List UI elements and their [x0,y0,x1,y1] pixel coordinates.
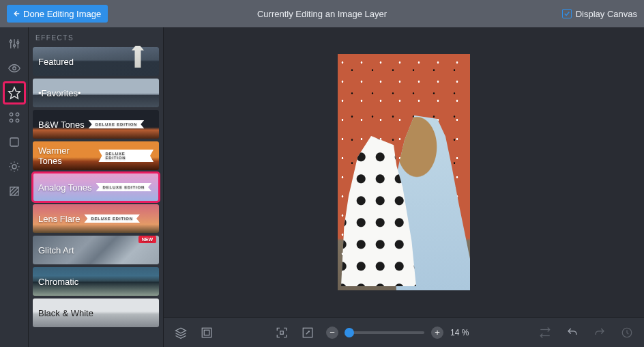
compare-icon [539,327,551,339]
expand-icon [302,327,314,339]
rail-crop[interactable] [3,131,25,153]
sparkle-icon [8,111,20,124]
star-icon [8,86,21,100]
effects-category-label: Lens Flare [38,214,80,224]
rail-visibility[interactable] [3,57,25,79]
effects-panel: EFFECTS Featured•Favorites•B&W TonesDELU… [29,27,164,347]
effects-category-warmer-tones[interactable]: Warmer TonesDELUXE EDITION [33,141,159,170]
svg-point-10 [16,113,19,116]
deluxe-badge: DELUXE EDITION [98,150,153,162]
svg-line-16 [10,187,18,195]
tool-rail [0,27,29,347]
square-icon [8,136,20,148]
canvas-area: − + 14 % [164,27,644,347]
new-badge: NEW [138,236,156,243]
svg-rect-22 [280,331,284,334]
svg-marker-8 [8,87,20,99]
bottom-toolbar: − + 14 % [164,317,644,347]
effects-category-featured[interactable]: Featured [33,47,159,76]
effects-panel-header: EFFECTS [29,27,163,46]
svg-point-7 [12,67,16,70]
svg-point-5 [13,45,15,47]
svg-point-9 [10,113,13,116]
zoom-controls: − + 14 % [326,327,478,339]
undo-button[interactable] [565,325,580,340]
deluxe-badge: DELUXE EDITION [89,120,145,128]
topbar: Done Editing Image Currently Editing an … [0,0,644,27]
history-icon [621,327,633,339]
svg-rect-13 [10,138,18,146]
compare-button[interactable] [538,325,553,340]
zoom-in-button[interactable]: + [431,327,443,339]
effects-category-label: Chromatic [38,277,78,287]
svg-point-14 [12,165,16,169]
arrow-left-icon [11,9,20,18]
grid-icon [201,327,213,339]
checkbox-checked-icon [562,9,572,18]
effects-category-label: Warmer Tones [38,145,94,166]
deluxe-badge: DELUXE EDITION [96,183,152,191]
history-button[interactable] [619,325,634,340]
zoom-out-button[interactable]: − [326,327,338,339]
rail-shapes[interactable] [3,156,25,178]
effects-category-label: Black & White [38,308,93,318]
zoom-percent-label: 14 % [450,328,478,337]
effects-category-black-white[interactable]: Black & White [33,299,159,327]
effects-category-label: Glitch Art [38,245,74,255]
redo-button[interactable] [592,325,607,340]
svg-point-12 [16,119,19,122]
sliders-icon [8,38,20,50]
done-editing-label: Done Editing Image [23,9,101,19]
hex-icon [8,161,20,173]
done-editing-button[interactable]: Done Editing Image [7,5,108,23]
svg-point-4 [10,41,12,43]
canvas-viewport[interactable] [164,27,644,317]
topbar-title: Currently Editing an Image Layer [257,9,387,19]
grid-button[interactable] [199,325,214,340]
layers-button[interactable] [173,325,188,340]
fit-icon [276,327,288,339]
fit-button[interactable] [274,325,289,340]
rail-textures[interactable] [3,180,25,202]
svg-marker-19 [176,328,186,333]
layers-icon [175,327,187,339]
svg-rect-20 [202,328,211,337]
effects-category-label: Analog Tones [38,182,92,193]
effects-category-list[interactable]: Featured•Favorites•B&W TonesDELUXE EDITI… [29,46,163,347]
workspace: EFFECTS Featured•Favorites•B&W TonesDELU… [0,27,644,347]
deluxe-badge: DELUXE EDITION [84,214,140,223]
redo-icon [594,327,606,339]
effects-category-glitch-art[interactable]: Glitch ArtNEW [33,236,159,264]
effects-category-analog-tones[interactable]: Analog TonesDELUXE EDITION [33,173,159,202]
svg-point-11 [10,119,13,122]
rail-adjustments[interactable] [3,33,25,55]
rail-effects[interactable] [3,82,25,104]
effects-category-favorites[interactable]: •Favorites• [33,79,159,107]
zoom-slider[interactable] [345,331,424,334]
rail-frames[interactable] [3,107,25,128]
effects-category-bw-tones[interactable]: B&W TonesDELUXE EDITION [33,110,159,139]
display-canvas-toggle[interactable]: Display Canvas [562,9,637,19]
effects-category-label: B&W Tones [38,120,85,130]
hatch-icon [8,185,20,197]
effects-category-label: •Favorites• [38,88,81,98]
svg-point-6 [16,42,18,44]
eye-icon [8,62,20,74]
effects-category-label: Featured [38,57,74,67]
display-canvas-label: Display Canvas [576,9,637,19]
effects-category-lens-flare[interactable]: Lens FlareDELUXE EDITION [33,204,159,233]
undo-icon [566,327,579,339]
canvas-image[interactable] [338,54,470,290]
svg-rect-21 [204,330,209,335]
zoom-slider-thumb[interactable] [345,328,354,337]
effects-category-chromatic[interactable]: Chromatic [33,267,159,296]
expand-button[interactable] [300,325,315,340]
